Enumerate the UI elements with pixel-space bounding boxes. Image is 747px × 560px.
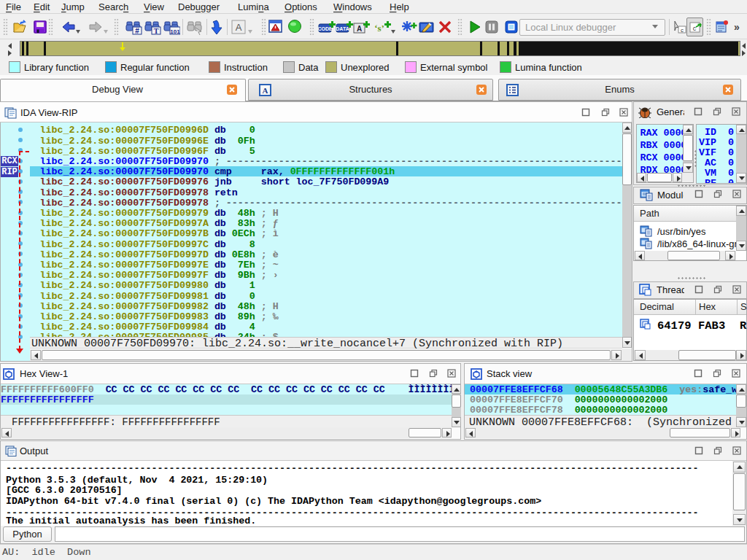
svg-text:T: T (154, 27, 159, 35)
svg-text:CODE: CODE (318, 26, 333, 31)
svg-text:c: c (693, 25, 697, 32)
svg-text:‘s’: ‘s’ (374, 23, 384, 34)
svg-text:c: c (681, 27, 684, 34)
svg-text:A: A (263, 86, 268, 95)
svg-text:101: 101 (170, 28, 180, 35)
svg-text:DATA: DATA (336, 26, 349, 31)
svg-text:A: A (357, 25, 362, 33)
svg-text:#: # (135, 27, 139, 35)
svg-text:A: A (236, 22, 242, 33)
